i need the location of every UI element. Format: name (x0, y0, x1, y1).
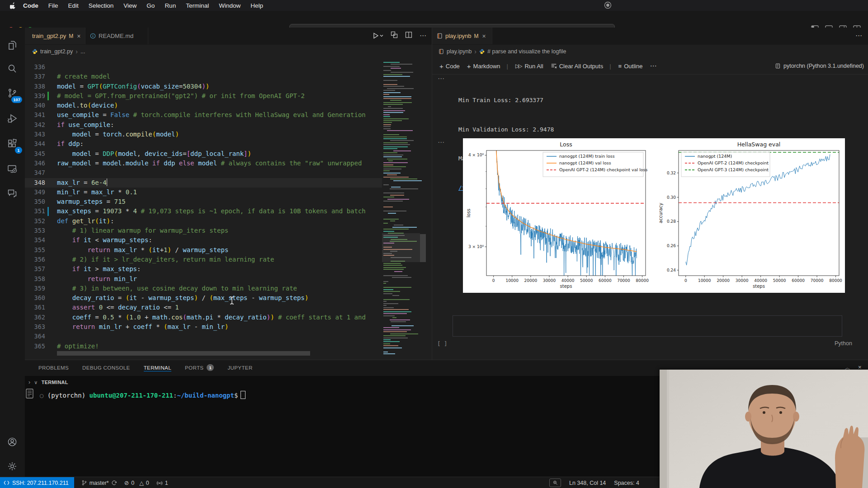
code-line[interactable]: 351max_steps = 19073 * 4 # 19,073 steps … (25, 206, 382, 216)
menu-file[interactable]: File (43, 2, 63, 9)
minimap-viewport[interactable] (382, 233, 420, 262)
indentation-setting[interactable]: Spaces: 4 (614, 480, 639, 486)
code-line[interactable]: 360 decay_ratio = (it - warmup_steps) / … (25, 293, 382, 303)
add-markdown-cell-button[interactable]: +Markdown (467, 62, 500, 70)
breadcrumb-file[interactable]: play.ipynb (447, 48, 472, 55)
terminal-tabs-icon[interactable] (25, 388, 35, 401)
code-line[interactable]: 357 if it > max_steps: (25, 264, 382, 274)
tab-ports[interactable]: PORTS1 (185, 364, 214, 372)
tab-train-gpt2[interactable]: train_gpt2.py M × (25, 28, 85, 44)
settings-gear-icon[interactable] (4, 458, 21, 475)
code-line[interactable]: 362 coeff = 0.5 * (1.0 + math.cos(math.p… (25, 313, 382, 322)
code-line[interactable]: 353 # 1) linear warmup for warmup_iters … (25, 226, 382, 235)
tab-terminal[interactable]: TERMINAL (144, 365, 171, 371)
menu-run[interactable]: Run (160, 2, 181, 9)
notebook-breadcrumb[interactable]: play.ipynb › # parse and visualize the l… (432, 45, 868, 58)
breadcrumb-symbol[interactable]: ... (80, 48, 85, 55)
editor-group-left[interactable]: train_gpt2.py M × README.md ⋯ (25, 28, 432, 360)
vertical-scrollbar[interactable] (420, 234, 426, 262)
remote-explorer-icon[interactable] (4, 160, 21, 178)
code-line[interactable]: 354 if it < warmup_steps: (25, 235, 382, 245)
cursor-position[interactable]: Ln 348, Col 14 (569, 480, 606, 486)
more-actions-icon[interactable]: ⋯ (855, 32, 862, 40)
breadcrumb-file[interactable]: train_gpt2.py (40, 48, 73, 55)
extensions-icon[interactable]: 1 (4, 135, 21, 152)
code-line[interactable]: 356 # 2) if it > lr_decay_iters, return … (25, 255, 382, 264)
code-line[interactable]: 342if use_compile: (25, 120, 382, 130)
clear-all-outputs-button[interactable]: Clear All Outputs (551, 63, 604, 70)
code-line[interactable]: 358 return min_lr (25, 274, 382, 284)
search-icon[interactable] (4, 60, 21, 77)
accounts-icon[interactable] (4, 433, 21, 450)
source-control-icon[interactable]: 107 (4, 84, 21, 102)
menu-window[interactable]: Window (214, 2, 245, 9)
more-actions-icon[interactable]: ⋯ (420, 32, 426, 40)
empty-code-cell[interactable] (453, 315, 842, 337)
minimap[interactable] (382, 58, 420, 356)
close-tab-icon[interactable]: × (77, 33, 80, 40)
chevron-right-icon[interactable]: › (28, 379, 30, 385)
breadcrumb[interactable]: train_gpt2.py › ... (25, 45, 432, 58)
tab-play-ipynb[interactable]: play.ipynb M × (432, 28, 492, 44)
tab-debug-console[interactable]: DEBUG CONSOLE (82, 365, 130, 371)
horizontal-scrollbar[interactable] (57, 351, 310, 356)
code-line[interactable]: 364 (25, 332, 382, 341)
code-line[interactable]: 339# model = GPT.from_pretrained("gpt2")… (25, 91, 382, 101)
code-line[interactable]: 340model.to(device) (25, 101, 382, 110)
menu-view[interactable]: View (118, 2, 142, 9)
comments-icon[interactable] (4, 185, 21, 202)
menu-selection[interactable]: Selection (84, 2, 119, 9)
code-line[interactable]: 365# optimize! (25, 342, 382, 351)
chevron-down-icon[interactable]: ∨ (34, 380, 38, 385)
outline-button[interactable]: ≡Outline (618, 63, 643, 70)
menu-edit[interactable]: Edit (63, 2, 84, 9)
menu-code[interactable]: Code (18, 2, 43, 9)
code-line[interactable]: 347 (25, 168, 382, 178)
ports-indicator[interactable]: 1 (156, 480, 168, 486)
tab-readme[interactable]: README.md (85, 28, 148, 44)
run-python-file-icon[interactable] (372, 32, 383, 39)
tab-jupyter[interactable]: JUPYTER (227, 365, 252, 371)
menu-go[interactable]: Go (142, 2, 160, 9)
code-line[interactable]: 349min_lr = max_lr * 0.1 (25, 188, 382, 197)
code-line[interactable]: 338model = GPT(GPTConfig(vocab_size=5030… (25, 82, 382, 91)
run-debug-icon[interactable] (4, 110, 21, 127)
code-line[interactable]: 361 assert 0 <= decay_ratio <= 1 (25, 303, 382, 312)
menu-help[interactable]: Help (245, 2, 268, 9)
code-line[interactable]: 343 model = torch.compile(model) (25, 130, 382, 139)
cell-toolbar-more-icon[interactable]: ⋯ (438, 138, 444, 146)
open-changes-icon[interactable] (391, 31, 398, 40)
code-line[interactable]: 363 return min_lr + coeff * (max_lr - mi… (25, 322, 382, 332)
terminal-prompt[interactable]: ○ (pytorchn) ubuntu@207-211-170-211:~/bu… (40, 391, 245, 399)
code-line[interactable]: 359 # 3) in between, use cosine decay do… (25, 284, 382, 293)
code-line[interactable]: 352def get_lr(it): (25, 216, 382, 226)
code-line[interactable]: 341use_compile = False # torch.compile i… (25, 110, 382, 120)
code-line[interactable]: 348max_lr = 6e-4 (25, 178, 382, 188)
terminal-section-label[interactable]: TERMINAL (42, 380, 68, 385)
code-line[interactable]: 345 model = DDP(model, device_ids=[ddp_l… (25, 149, 382, 159)
problems-indicator[interactable]: ⊘0 △0 (124, 479, 149, 486)
explorer-icon[interactable] (4, 37, 21, 54)
close-tab-icon[interactable]: × (482, 33, 486, 40)
breadcrumb-cell[interactable]: # parse and visualize the logfile (487, 48, 566, 55)
code-line[interactable]: 336 (25, 62, 382, 72)
code-line[interactable]: 350warmup_steps = 715 (25, 197, 382, 206)
editor-group-right[interactable]: play.ipynb M × ⋯ play.ipynb › # parse an… (432, 28, 868, 360)
add-code-cell-button[interactable]: +Code (439, 62, 460, 70)
cell-toolbar-more-icon[interactable]: ⋯ (438, 75, 444, 83)
cell-language-label[interactable]: Python (835, 340, 852, 347)
apple-icon[interactable] (10, 2, 16, 9)
toolbar-more-icon[interactable]: ⋯ (650, 62, 656, 70)
code-line[interactable]: 337# create model (25, 72, 382, 81)
code-editor[interactable]: 336337# create model338model = GPT(GPTCo… (25, 62, 382, 351)
git-branch-indicator[interactable]: master* (81, 480, 117, 486)
code-line[interactable]: 344if ddp: (25, 139, 382, 149)
tab-problems[interactable]: PROBLEMS (38, 365, 69, 371)
remote-indicator[interactable]: SSH: 207.211.170.211 (0, 477, 74, 488)
code-line[interactable]: 355 return max_lr * (it+1) / warmup_step… (25, 245, 382, 255)
menu-terminal[interactable]: Terminal (181, 2, 214, 9)
code-line[interactable]: 346raw_model = model.module if ddp else … (25, 159, 382, 168)
kernel-picker[interactable]: pytorchn (Python 3.1.undefined) (775, 63, 864, 69)
run-all-button[interactable]: ▷▷Run All (515, 63, 543, 70)
zoom-indicator-icon[interactable] (549, 479, 561, 487)
